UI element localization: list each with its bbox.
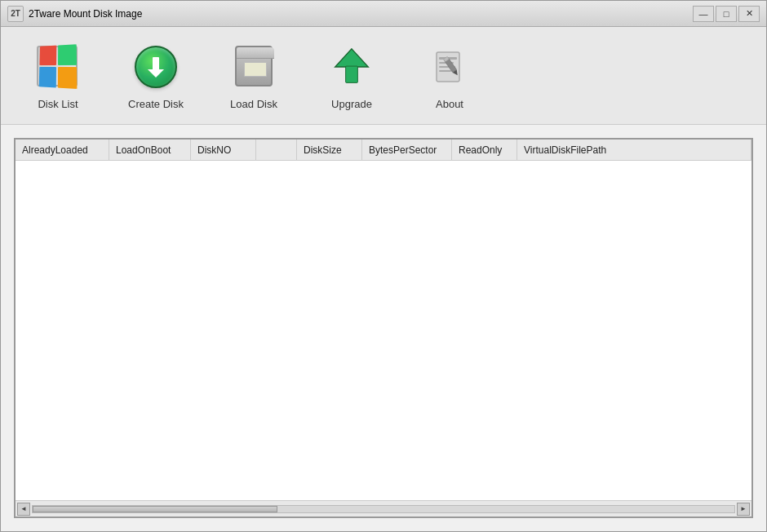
toolbar-create-disk[interactable]: Create Disk (107, 35, 205, 117)
app-logo: 2T (7, 6, 24, 22)
col-bytes-per-sector: BytesPerSector (362, 140, 452, 160)
toolbar-load-disk[interactable]: Load Disk (205, 35, 303, 117)
toolbar-disk-list[interactable]: Disk List (9, 35, 107, 117)
toolbar: Disk List Create Disk (1, 27, 766, 125)
col-disk-no: DiskNO (191, 140, 256, 160)
col-disk-size: DiskSize (297, 140, 362, 160)
close-button[interactable]: ✕ (738, 6, 760, 22)
svg-marker-2 (335, 49, 369, 67)
create-disk-icon (130, 42, 182, 93)
horizontal-scrollbar[interactable]: ◄ ► (16, 500, 751, 516)
upgrade-label: Upgrade (331, 98, 372, 110)
load-disk-label: Load Disk (230, 98, 277, 110)
toolbar-about[interactable]: About (401, 35, 499, 117)
load-disk-icon (228, 42, 280, 93)
scroll-right-button[interactable]: ► (737, 503, 750, 516)
col-spacer (256, 140, 297, 160)
scroll-thumb[interactable] (33, 506, 277, 512)
svg-rect-8 (439, 70, 451, 72)
col-load-on-boot: LoadOnBoot (109, 140, 191, 160)
col-virtual-disk-path: VirtualDiskFilePath (517, 140, 751, 160)
window-controls: — □ ✕ (693, 6, 760, 22)
main-window: 2T 2Tware Mount Disk Image — □ ✕ (0, 0, 767, 532)
disk-list-icon (32, 42, 84, 93)
scroll-left-button[interactable]: ◄ (17, 503, 30, 516)
disk-list-label: Disk List (38, 98, 78, 110)
minimize-button[interactable]: — (693, 6, 714, 22)
content-area: AlreadyLoaded LoadOnBoot DiskNO DiskSize… (1, 125, 766, 531)
about-label: About (436, 98, 463, 110)
upgrade-icon (326, 42, 378, 93)
title-bar: 2T 2Tware Mount Disk Image — □ ✕ (1, 1, 766, 27)
create-disk-label: Create Disk (128, 98, 184, 110)
svg-marker-1 (148, 69, 164, 78)
col-read-only: ReadOnly (452, 140, 517, 160)
scroll-track[interactable] (32, 505, 735, 513)
table-body (16, 161, 751, 500)
col-already-loaded: AlreadyLoaded (16, 140, 109, 160)
table-header: AlreadyLoaded LoadOnBoot DiskNO DiskSize… (16, 140, 751, 161)
svg-rect-3 (346, 66, 358, 82)
disk-table: AlreadyLoaded LoadOnBoot DiskNO DiskSize… (14, 138, 753, 518)
window-title: 2Tware Mount Disk Image (29, 8, 693, 20)
svg-rect-0 (153, 57, 159, 70)
about-icon (423, 42, 476, 93)
toolbar-upgrade[interactable]: Upgrade (303, 35, 401, 117)
maximize-button[interactable]: □ (716, 6, 737, 22)
